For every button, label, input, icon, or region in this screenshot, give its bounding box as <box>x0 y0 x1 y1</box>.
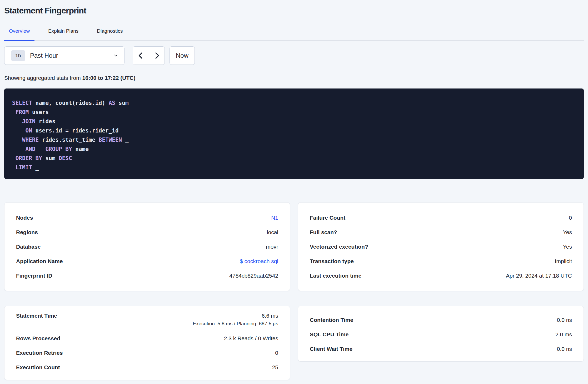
time-range-badge: 1h <box>11 50 25 61</box>
sql-line: LIMIT _ <box>12 163 576 172</box>
tab-diagnostics[interactable]: Diagnostics <box>92 28 127 40</box>
statement-fingerprint-page: Statement Fingerprint Overview Explain P… <box>0 0 588 380</box>
tab-explain-plans[interactable]: Explain Plans <box>43 28 83 40</box>
sql-line: FROM users <box>12 108 576 117</box>
wait-row-sql-cpu-time: SQL CPU Time 2.0 ms <box>310 327 572 342</box>
sql-line: AND _ GROUP BY name <box>12 145 576 154</box>
time-controls: 1h Past Hour Now <box>4 46 584 65</box>
aggregated-stats-line: Showing aggregated stats from 16:00 to 1… <box>4 75 584 81</box>
chevron-right-icon <box>153 52 161 60</box>
detail-row-nodes: Nodes N1 <box>16 210 278 225</box>
attr-row-vectorized: Vectorized execution? Yes <box>310 239 572 254</box>
tab-overview[interactable]: Overview <box>4 28 34 40</box>
chevron-left-icon <box>137 52 145 60</box>
sql-line: SELECT name, count(rides.id) AS sum <box>12 99 576 108</box>
page-title: Statement Fingerprint <box>4 0 584 16</box>
statement-details-card: Nodes N1 Regions local Database movr App… <box>4 202 290 291</box>
stats-prefix: Showing aggregated stats from <box>4 75 82 81</box>
wait-row-contention-time: Contention Time 0.0 ns <box>310 313 572 327</box>
detail-row-fingerprint-id: Fingerprint ID 4784cb829aab2542 <box>16 268 278 283</box>
sql-line: ORDER BY sum DESC <box>12 154 576 163</box>
next-time-button[interactable] <box>149 47 165 65</box>
application-name-link[interactable]: $ cockroach sql <box>240 258 278 264</box>
statement-timing-card: Statement Time 6.6 ms Execution: 5.8 ms … <box>4 306 290 380</box>
detail-row-database: Database movr <box>16 239 278 254</box>
attr-row-full-scan: Full scan? Yes <box>310 225 572 239</box>
attr-row-transaction-type: Transaction type Implicit <box>310 254 572 268</box>
wait-times-card: Contention Time 0.0 ns SQL CPU Time 2.0 … <box>298 306 584 362</box>
time-range-label: Past Hour <box>30 52 113 59</box>
prev-time-button[interactable] <box>133 47 149 65</box>
timing-row-statement-time: Statement Time 6.6 ms Execution: 5.8 ms … <box>16 313 278 331</box>
nodes-link[interactable]: N1 <box>271 215 278 221</box>
statement-time-breakdown: Execution: 5.8 ms / Planning: 687.5 µs <box>193 321 278 327</box>
sql-statement-box: SELECT name, count(rides.id) AS sum FROM… <box>4 88 584 179</box>
wait-row-client-wait-time: Client Wait Time 0.0 ns <box>310 342 572 356</box>
time-range-dropdown[interactable]: 1h Past Hour <box>4 46 124 65</box>
detail-row-regions: Regions local <box>16 225 278 239</box>
timing-row-execution-count: Execution Count 25 <box>16 360 278 375</box>
time-nav-group <box>133 46 165 65</box>
attr-row-last-execution: Last execution time Apr 29, 2024 at 17:1… <box>310 268 572 283</box>
timing-row-execution-retries: Execution Retries 0 <box>16 346 278 360</box>
attr-row-failure-count: Failure Count 0 <box>310 210 572 225</box>
sql-line: JOIN rides <box>12 117 576 126</box>
detail-row-application-name: Application Name $ cockroach sql <box>16 254 278 268</box>
chevron-down-icon <box>113 53 118 58</box>
sql-line: WHERE rides.start_time BETWEEN _ <box>12 135 576 145</box>
tab-bar: Overview Explain Plans Diagnostics <box>4 28 584 41</box>
timing-row-rows-processed: Rows Processed 2.3 k Reads / 0 Writes <box>16 331 278 346</box>
stats-range: 16:00 to 17:22 (UTC) <box>82 75 136 81</box>
execution-attributes-card: Failure Count 0 Full scan? Yes Vectorize… <box>298 202 584 291</box>
sql-line: ON users.id = rides.rider_id <box>12 126 576 135</box>
now-button[interactable]: Now <box>170 46 195 65</box>
